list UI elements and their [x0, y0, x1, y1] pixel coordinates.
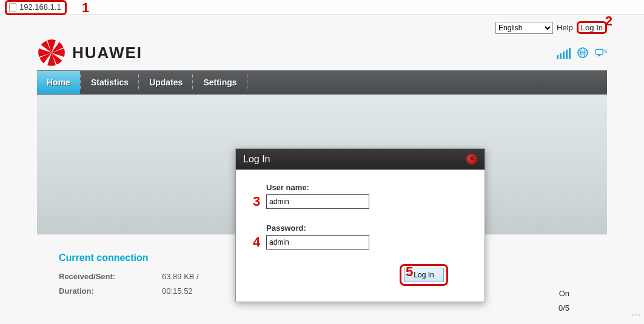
- nav-label: Statistics: [91, 78, 129, 87]
- annotation-5: 5: [406, 264, 413, 280]
- modal-title: Log In: [243, 154, 270, 165]
- nav-label: Settings: [203, 78, 236, 87]
- stat-label-duration: Duration:: [59, 284, 162, 299]
- nav-separator: [247, 74, 248, 90]
- stat-value-received-sent: 63.89 KB /: [162, 269, 241, 284]
- close-icon[interactable]: ✕: [466, 154, 477, 165]
- annotation-1: 1: [82, 0, 89, 16]
- huawei-logo-icon: [37, 39, 66, 67]
- stat-value-count: 0/5: [558, 303, 569, 312]
- brand-name: HUAWEI: [72, 44, 143, 62]
- main-nav: Home Statistics Updates Settings: [37, 70, 607, 94]
- monitor-wifi-icon: [595, 47, 607, 59]
- password-input[interactable]: [266, 235, 369, 250]
- login-modal: Log In ✕ 3 User name: 4 Password: 5 Log …: [235, 148, 485, 302]
- browser-address-bar: 192.168.1.1 1: [0, 0, 644, 15]
- language-select[interactable]: English: [495, 22, 553, 34]
- nav-tab-statistics[interactable]: Statistics: [81, 71, 138, 94]
- stat-value-status: On: [559, 289, 569, 298]
- svg-rect-3: [595, 50, 603, 55]
- username-input[interactable]: [266, 194, 369, 209]
- stat-value-duration: 00:15:52: [162, 284, 241, 299]
- status-icons: [557, 47, 607, 59]
- nav-label: Updates: [149, 78, 183, 87]
- nav-tab-home[interactable]: Home: [37, 71, 80, 94]
- username-label: User name:: [266, 183, 454, 192]
- page-icon: [9, 3, 16, 12]
- stat-label-received-sent: Received/Sent:: [59, 269, 162, 284]
- top-login-link[interactable]: Log In: [581, 23, 603, 32]
- password-label: Password:: [266, 223, 454, 233]
- nav-tab-updates[interactable]: Updates: [139, 71, 192, 94]
- address-highlight-box: 192.168.1.1: [5, 0, 67, 15]
- top-login-highlight: Log In: [577, 21, 607, 34]
- nav-label: Home: [47, 78, 70, 87]
- annotation-3: 3: [253, 194, 260, 210]
- nav-tab-settings[interactable]: Settings: [193, 71, 246, 94]
- resize-grip-icon: ⋯: [631, 309, 640, 320]
- globe-icon: [577, 47, 589, 59]
- modal-title-bar: Log In ✕: [236, 149, 485, 170]
- svg-rect-5: [597, 56, 602, 56]
- svg-rect-4: [598, 55, 600, 56]
- signal-bars-icon: [557, 48, 571, 59]
- annotation-4: 4: [253, 234, 260, 250]
- address-url[interactable]: 192.168.1.1: [19, 2, 61, 12]
- help-link[interactable]: Help: [557, 23, 573, 32]
